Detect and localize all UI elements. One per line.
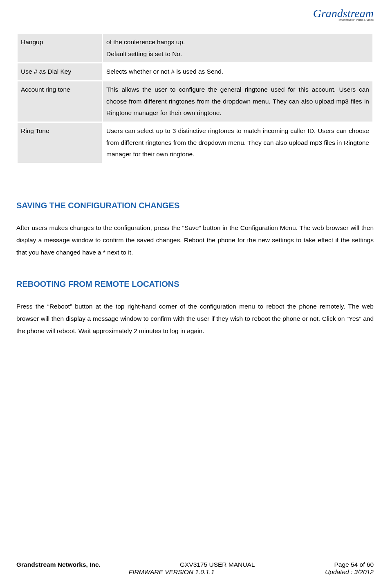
setting-label: Hangup (17, 34, 103, 63)
footer-manual: GXV3175 USER MANUAL (101, 561, 334, 568)
setting-description: This allows the user to configure the ge… (103, 81, 373, 122)
setting-label: Use # as Dial Key (17, 63, 103, 81)
footer-firmware: FIRMWARE VERSION 1.0.1.1 (18, 568, 325, 576)
table-row: Account ring tone This allows the user t… (17, 81, 373, 122)
setting-label: Account ring tone (17, 81, 103, 122)
footer-company: Grandstream Networks, Inc. (16, 561, 101, 568)
section-body-saving: After users makes changes to the configu… (16, 222, 374, 259)
logo-brand-text: Grandstream (313, 8, 374, 19)
setting-description: of the conference hangs up.Default setti… (103, 34, 373, 63)
setting-description: Users can select up to 3 distinctive rin… (103, 122, 373, 164)
table-row: Hangup of the conference hangs up.Defaul… (17, 34, 373, 63)
footer-page-number: Page 54 of 60 (334, 561, 374, 568)
setting-label: Ring Tone (17, 122, 103, 164)
section-body-rebooting: Press the “Reboot” button at the top rig… (16, 300, 374, 338)
section-heading-rebooting: REBOOTING FROM REMOTE LOCATIONS (16, 279, 374, 289)
page-footer: Grandstream Networks, Inc. GXV3175 USER … (16, 561, 374, 576)
section-heading-saving: SAVING THE CONFIGURATION CHANGES (16, 201, 374, 210)
footer-updated: Updated : 3/2012 (325, 568, 374, 576)
table-row: Use # as Dial Key Selects whether or not… (17, 63, 373, 81)
document-page: Grandstream Innovative IP Voice & Video … (0, 0, 390, 588)
setting-description: Selects whether or not # is used as Send… (103, 63, 373, 81)
brand-logo: Grandstream Innovative IP Voice & Video (308, 3, 374, 25)
settings-table: Hangup of the conference hangs up.Defaul… (16, 33, 374, 164)
table-row: Ring Tone Users can select up to 3 disti… (17, 122, 373, 164)
